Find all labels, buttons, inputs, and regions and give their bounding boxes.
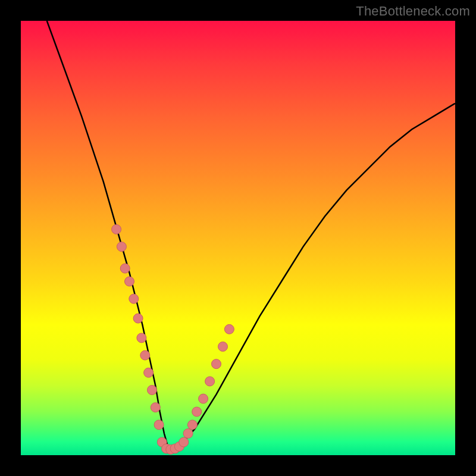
watermark-label: TheBottleneck.com — [356, 4, 470, 19]
chart-frame: TheBottleneck.com — [0, 0, 476, 476]
plot-background-gradient — [21, 21, 455, 455]
